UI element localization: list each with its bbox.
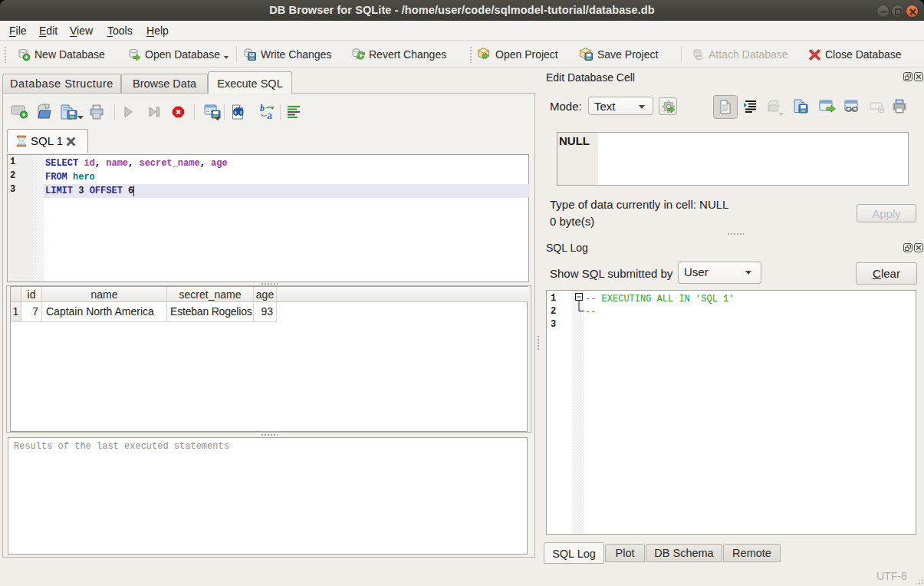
svg-text:a: a [267,110,272,121]
svg-text:b: b [260,103,265,114]
